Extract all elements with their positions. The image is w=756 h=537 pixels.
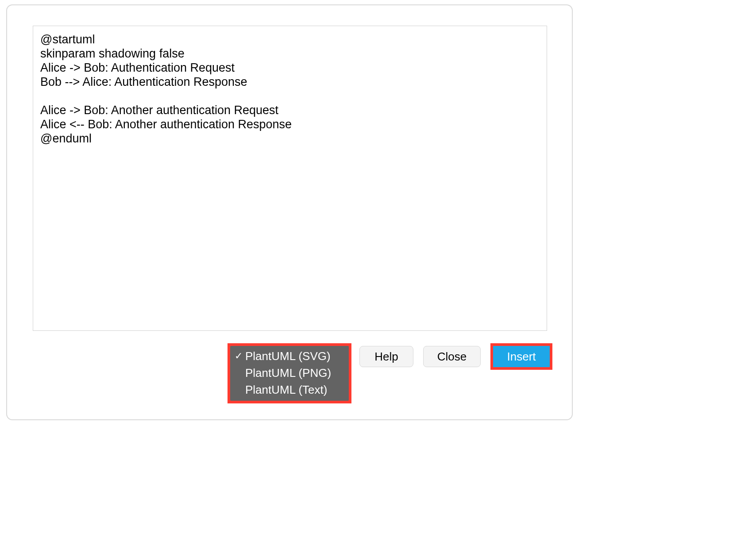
format-option-label: PlantUML (Text) — [245, 383, 327, 396]
plantuml-source-editor[interactable] — [33, 26, 547, 331]
format-option-text[interactable]: ✓ PlantUML (Text) — [230, 381, 349, 398]
format-option-svg[interactable]: ✓ PlantUML (SVG) — [230, 348, 349, 364]
format-option-png[interactable]: ✓ PlantUML (PNG) — [230, 364, 349, 381]
format-dropdown-menu[interactable]: ✓ PlantUML (SVG) ✓ PlantUML (PNG) ✓ Plan… — [230, 346, 349, 401]
check-icon: ✓ — [234, 348, 243, 364]
help-button[interactable]: Help — [359, 346, 413, 367]
format-option-label: PlantUML (PNG) — [245, 366, 331, 380]
close-button[interactable]: Close — [423, 346, 481, 367]
format-menu-highlight: ✓ PlantUML (SVG) ✓ PlantUML (PNG) ✓ Plan… — [228, 343, 351, 403]
insert-button[interactable]: Insert — [493, 346, 550, 367]
plantuml-dialog: Help Close Insert ✓ PlantUML (SVG) ✓ Pla… — [6, 4, 573, 420]
format-option-label: PlantUML (SVG) — [245, 349, 331, 363]
insert-button-highlight: Insert — [490, 343, 552, 370]
